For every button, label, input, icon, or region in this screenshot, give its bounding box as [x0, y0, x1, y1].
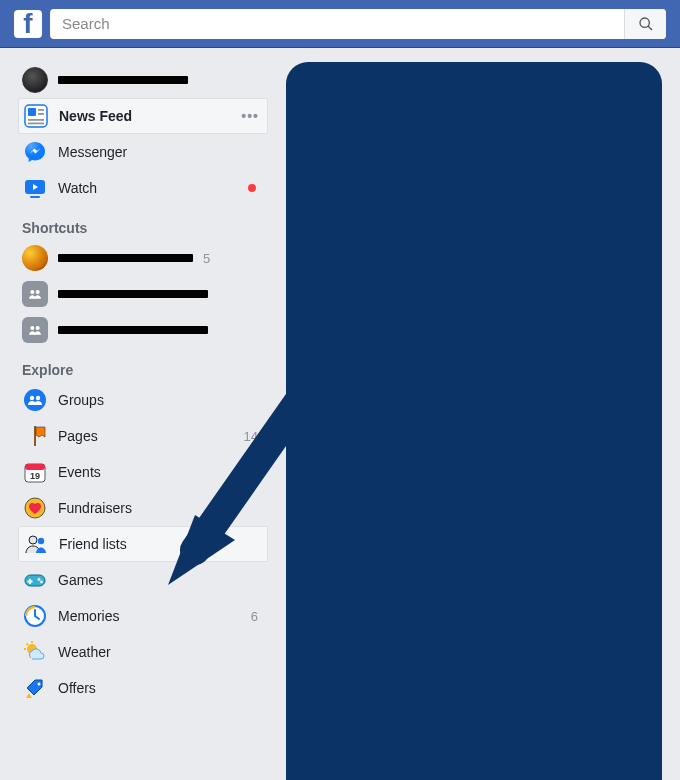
sidebar-item-news-feed[interactable]: News Feed •••: [18, 98, 268, 134]
groups-icon: [22, 387, 48, 413]
sidebar-item-label: Messenger: [58, 144, 262, 160]
svg-rect-27: [28, 581, 33, 583]
events-icon: 19: [22, 459, 48, 485]
sidebar-item-groups[interactable]: Groups: [18, 382, 268, 418]
pages-icon: [22, 423, 48, 449]
sidebar-item-watch[interactable]: Watch: [18, 170, 268, 206]
svg-point-0: [640, 18, 649, 27]
svg-rect-10: [30, 196, 40, 198]
games-icon: [22, 567, 48, 593]
profile-name-redacted: [58, 76, 188, 84]
sidebar-item-pages[interactable]: Pages 14: [18, 418, 268, 454]
sidebar-item-label: Friend lists: [59, 536, 261, 552]
sidebar-item-label: Pages: [58, 428, 234, 444]
svg-rect-4: [38, 109, 44, 111]
group-avatar-icon: [22, 281, 48, 307]
offers-icon: [22, 675, 48, 701]
search-button[interactable]: [624, 9, 666, 39]
svg-point-35: [38, 683, 41, 686]
group-avatar-icon: [22, 317, 48, 343]
svg-text:19: 19: [30, 471, 40, 481]
sidebar-shortcut-item[interactable]: [18, 276, 268, 312]
sidebar-shortcut-item[interactable]: 5: [18, 240, 268, 276]
sidebar-item-fundraisers[interactable]: Fundraisers: [18, 490, 268, 526]
svg-point-14: [36, 326, 40, 330]
svg-point-16: [30, 396, 34, 400]
top-bar: f: [0, 0, 680, 48]
svg-line-1: [648, 26, 652, 30]
news-feed-icon: [23, 103, 49, 129]
svg-rect-20: [25, 464, 45, 470]
sidebar-item-label: Games: [58, 572, 262, 588]
item-count: 1: [251, 465, 262, 480]
ellipsis-icon[interactable]: •••: [241, 108, 261, 124]
sidebar-item-offers[interactable]: Offers: [18, 670, 268, 706]
svg-line-34: [27, 644, 29, 646]
svg-point-17: [36, 396, 40, 400]
sidebar-item-profile[interactable]: [18, 62, 268, 98]
svg-point-11: [30, 290, 34, 294]
svg-rect-6: [28, 119, 44, 121]
sidebar-item-label: Groups: [58, 392, 248, 408]
section-header-explore: Explore: [18, 348, 268, 382]
svg-point-28: [38, 578, 41, 581]
svg-point-23: [29, 536, 37, 544]
shortcut-label-redacted: [58, 254, 193, 262]
sidebar-item-label: Memories: [58, 608, 241, 624]
sidebar-item-weather[interactable]: Weather: [18, 634, 268, 670]
sidebar-item-label: Offers: [58, 680, 262, 696]
sidebar-item-label: Weather: [58, 644, 262, 660]
svg-point-12: [36, 290, 40, 294]
search-input[interactable]: [50, 9, 666, 39]
svg-rect-7: [28, 123, 44, 125]
messenger-icon: [22, 139, 48, 165]
svg-point-13: [30, 326, 34, 330]
svg-point-24: [38, 538, 44, 544]
sidebar: News Feed ••• Messenger: [18, 62, 268, 780]
memories-icon: [22, 603, 48, 629]
shortcut-count: 5: [203, 251, 214, 266]
sidebar-item-memories[interactable]: Memories 6: [18, 598, 268, 634]
sidebar-shortcut-item[interactable]: [18, 312, 268, 348]
shortcut-label-redacted: [58, 326, 208, 334]
sidebar-item-label: Events: [58, 464, 241, 480]
svg-point-15: [24, 389, 46, 411]
section-header-shortcuts: Shortcuts: [18, 206, 268, 240]
shortcut-label-redacted: [58, 290, 208, 298]
svg-point-29: [40, 581, 43, 584]
facebook-logo-letter: f: [23, 10, 32, 38]
item-count: 14: [244, 429, 262, 444]
sidebar-item-label: News Feed: [59, 108, 231, 124]
sidebar-item-games[interactable]: Games: [18, 562, 268, 598]
fundraisers-icon: [22, 495, 48, 521]
sidebar-item-friend-lists[interactable]: Friend lists: [18, 526, 268, 562]
search-container: [50, 9, 666, 39]
svg-rect-5: [38, 113, 44, 115]
content-placeholder: [286, 62, 662, 780]
search-icon: [638, 16, 654, 32]
notification-dot-icon: [248, 184, 256, 192]
watch-icon: [22, 175, 48, 201]
item-count: 6: [251, 609, 262, 624]
sidebar-item-label: Watch: [58, 180, 238, 196]
sidebar-item-label: Fundraisers: [58, 500, 262, 516]
facebook-logo[interactable]: f: [14, 10, 42, 38]
weather-icon: [22, 639, 48, 665]
svg-rect-3: [28, 108, 36, 116]
friend-lists-icon: [23, 531, 49, 557]
sidebar-item-events[interactable]: 19 Events 1: [18, 454, 268, 490]
avatar: [22, 67, 48, 93]
group-avatar-icon: [22, 245, 48, 271]
sidebar-item-messenger[interactable]: Messenger: [18, 134, 268, 170]
